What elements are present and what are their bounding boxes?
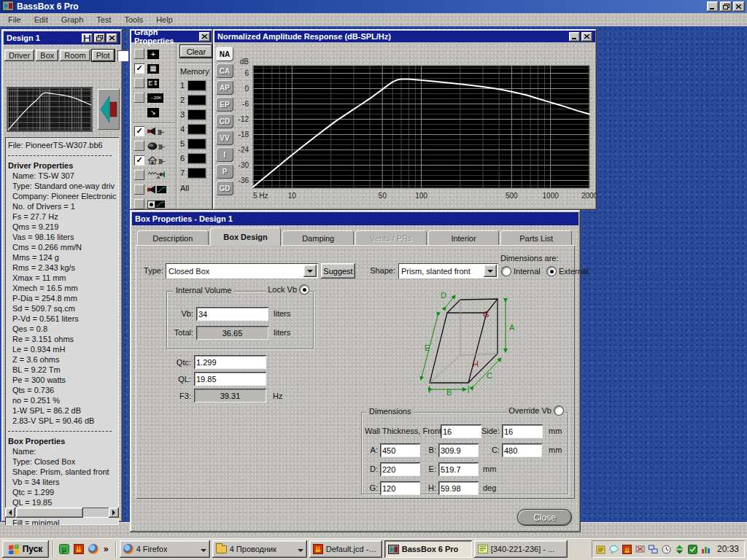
- close-graph-button[interactable]: [581, 32, 592, 42]
- memory-slot-6-button[interactable]: [188, 154, 206, 163]
- crosshair-checkbox[interactable]: [134, 49, 144, 59]
- external-radio-circle[interactable]: [547, 267, 556, 276]
- start-button[interactable]: Пуск: [2, 540, 49, 558]
- graph-mode-ca-button[interactable]: CA: [216, 63, 233, 78]
- tab-box[interactable]: Box: [36, 50, 58, 61]
- network-icon[interactable]: [649, 544, 659, 554]
- graph-mode-gd-button[interactable]: GD: [216, 181, 233, 195]
- memory-slot-2-button[interactable]: [188, 96, 206, 105]
- menu-edit[interactable]: Edit: [28, 14, 55, 26]
- tab-box-design[interactable]: Box Design: [210, 228, 282, 246]
- task-button-1[interactable]: 4 Firefox: [120, 540, 210, 558]
- dim-e-input[interactable]: [438, 462, 479, 476]
- menu-graph[interactable]: Graph: [55, 14, 90, 26]
- messenger-icon[interactable]: [609, 544, 619, 554]
- graph-mode-cd-button[interactable]: CD: [216, 114, 233, 128]
- restore-button[interactable]: [720, 1, 732, 12]
- task-button-5[interactable]: [340-221-236] - ...: [474, 540, 568, 558]
- flashget-icon[interactable]: ⇊: [71, 541, 86, 557]
- external-radio[interactable]: External: [547, 267, 588, 276]
- dim-g-input[interactable]: [380, 481, 420, 495]
- vb-input[interactable]: [196, 307, 268, 321]
- task-dropdown-icon[interactable]: [201, 549, 206, 555]
- dropdown-arrow-icon[interactable]: [303, 265, 317, 277]
- utorrent-icon[interactable]: µ: [57, 541, 71, 557]
- graph-mode-i-button[interactable]: I: [216, 147, 233, 162]
- sweep-20k-checkbox[interactable]: [134, 93, 144, 103]
- speaker-transfer-checkbox[interactable]: [134, 184, 144, 195]
- graph-mode-ep-button[interactable]: EP: [216, 97, 233, 112]
- memory-slot-1-button[interactable]: [188, 81, 206, 90]
- tab-damping[interactable]: Damping: [282, 230, 354, 246]
- close-graph-properties-button[interactable]: [199, 32, 210, 42]
- minimize-graph-button[interactable]: [569, 32, 580, 42]
- clear-button[interactable]: Clear: [180, 45, 212, 58]
- internal-radio-circle[interactable]: [502, 267, 511, 276]
- tab-room[interactable]: Room: [60, 50, 90, 61]
- properties-list[interactable]: File: PioneerTS-W307.bb6Driver Propertie…: [5, 137, 119, 525]
- room-response-checkbox[interactable]: [134, 155, 144, 166]
- graph-mode-ap-button[interactable]: AP: [216, 80, 233, 95]
- antivirus-icon[interactable]: [688, 544, 698, 554]
- dim-d-input[interactable]: [380, 462, 420, 476]
- lock-vb-control[interactable]: Lock Vb: [266, 285, 310, 294]
- ql-input[interactable]: [194, 372, 266, 386]
- task-dropdown-icon[interactable]: [298, 549, 303, 555]
- tab-driver[interactable]: Driver: [4, 50, 34, 61]
- dropdown-arrow-icon[interactable]: [484, 265, 497, 277]
- tab-description[interactable]: Description: [137, 230, 209, 246]
- trace-arrow-icon[interactable]: ↘: [147, 108, 159, 117]
- dim-b-input[interactable]: [438, 443, 479, 457]
- flashget-tray-icon[interactable]: ⇊: [622, 544, 632, 554]
- dim-c-input[interactable]: [502, 443, 542, 457]
- menu-tools[interactable]: Tools: [117, 14, 150, 26]
- menu-help[interactable]: Help: [150, 14, 179, 26]
- graph-mode-na-button[interactable]: NA: [216, 47, 233, 61]
- wall-front-input[interactable]: [441, 424, 481, 438]
- dim-h-input[interactable]: [438, 481, 479, 495]
- memory-slot-7-button[interactable]: [188, 168, 206, 178]
- task-button-4[interactable]: BassBox 6 Pro: [384, 540, 472, 558]
- vertical-scale-checkbox[interactable]: [134, 78, 144, 88]
- tab-plot[interactable]: Plot: [92, 50, 115, 61]
- graph-mode-p-button[interactable]: P: [216, 164, 233, 179]
- offline-icon[interactable]: [635, 544, 646, 554]
- wall-side-input[interactable]: [502, 424, 543, 438]
- updown-traffic-icon[interactable]: [675, 544, 685, 554]
- filter-network-checkbox[interactable]: [134, 170, 144, 180]
- shape-select[interactable]: Prism, slanted front: [398, 263, 498, 279]
- passive-radiator-response-checkbox[interactable]: [134, 141, 144, 151]
- scroll-right-icon[interactable]: [109, 508, 119, 518]
- save-button[interactable]: [82, 34, 93, 43]
- duplicate-button[interactable]: [94, 34, 105, 43]
- override-vb-control[interactable]: Override Vb: [507, 406, 565, 415]
- minimize-button[interactable]: [707, 1, 719, 12]
- scroll-left-icon[interactable]: [5, 508, 15, 518]
- tab-parts-list[interactable]: Parts List: [500, 230, 572, 246]
- menu-test[interactable]: Test: [90, 14, 117, 26]
- task-button-2[interactable]: 4 Проводник: [212, 540, 307, 558]
- quick-launch-overflow-icon[interactable]: »: [101, 544, 112, 554]
- grid-checkbox[interactable]: [134, 63, 144, 74]
- firefox-icon[interactable]: [86, 541, 101, 557]
- task-button-3[interactable]: ⇊Default.jcd - Fla...: [309, 540, 382, 558]
- memory-slot-3-button[interactable]: [188, 110, 206, 120]
- graph-mode-vv-button[interactable]: VV: [216, 131, 233, 145]
- speaker-response-checkbox[interactable]: [134, 126, 144, 136]
- internal-radio[interactable]: Internal: [502, 267, 541, 276]
- override-vb-radio[interactable]: [554, 406, 563, 415]
- plot-color-swatch[interactable]: [117, 50, 128, 61]
- box-type-select[interactable]: Closed Box: [166, 263, 318, 279]
- qtc-input[interactable]: [194, 355, 266, 369]
- horizontal-scrollbar[interactable]: [5, 508, 119, 518]
- scrollbar-thumb[interactable]: [16, 508, 83, 518]
- memory-slot-4-button[interactable]: [188, 125, 206, 134]
- memory-slot-5-button[interactable]: [188, 139, 206, 149]
- close-button[interactable]: [733, 1, 745, 12]
- tab-interior[interactable]: Interior: [428, 230, 500, 246]
- schedule-icon[interactable]: [662, 544, 672, 554]
- mic-transfer-checkbox[interactable]: [134, 199, 144, 209]
- memory-all-button[interactable]: All: [180, 184, 189, 192]
- suggest-button[interactable]: Suggest: [321, 263, 355, 279]
- stats-icon[interactable]: [701, 544, 711, 554]
